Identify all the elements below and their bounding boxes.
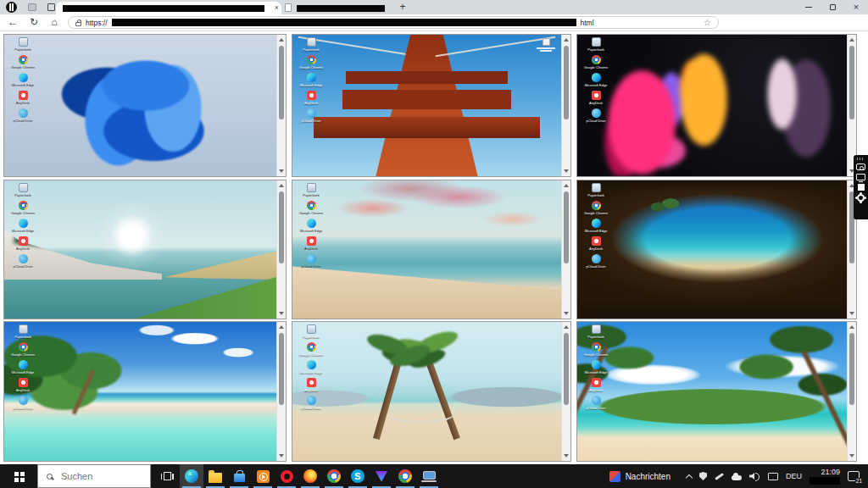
scroll-up-icon[interactable] <box>277 180 286 191</box>
scroll-up-icon[interactable] <box>277 35 286 45</box>
display-network-icon[interactable] <box>768 473 778 480</box>
remote-desktop-5[interactable]: PapierkorbGoogle ChromeMicrosoft EdgeAny… <box>292 180 571 319</box>
start-button[interactable] <box>0 464 37 488</box>
desktop-icon-anydesk[interactable]: AnyDesk <box>295 236 327 251</box>
workspaces-icon[interactable] <box>28 3 36 11</box>
address-bar[interactable]: https:// html ☆ <box>68 16 719 29</box>
cell-scrollbar[interactable] <box>561 180 570 319</box>
cell-scrollbar[interactable] <box>847 322 856 461</box>
chevron-up-icon[interactable] <box>686 474 693 480</box>
desktop-icon-chrome[interactable]: Google Chrome <box>580 201 612 215</box>
display-icon[interactable] <box>856 174 865 180</box>
scroll-down-icon[interactable] <box>277 308 286 319</box>
taskbar-app-firefox[interactable] <box>298 464 322 488</box>
desktop-icon-edge[interactable]: Microsoft Edge <box>295 219 327 233</box>
scroll-thumb[interactable] <box>279 46 284 119</box>
taskbar-app-opera[interactable] <box>275 464 298 488</box>
news-button[interactable]: Nachrichten <box>609 471 670 482</box>
desktop-icon-recycle-bin[interactable]: Papierkorb <box>7 324 39 339</box>
desktop-icon-pcloud[interactable]: pCloud Drive <box>295 396 327 410</box>
remote-desktop-8[interactable]: PapierkorbGoogle ChromeMicrosoft EdgeAny… <box>292 321 571 462</box>
taskbar-app-chrome[interactable] <box>322 464 346 488</box>
desktop-icon-anydesk[interactable]: AnyDesk <box>580 236 612 251</box>
desktop-icon-edge[interactable]: Microsoft Edge <box>7 219 39 233</box>
desktop-icon-edge[interactable]: Microsoft Edge <box>295 73 327 87</box>
desktop-icon-recycle-bin[interactable]: Papierkorb <box>7 37 39 52</box>
task-view-button[interactable] <box>154 464 180 488</box>
keyboard-language[interactable]: DEU <box>786 472 802 480</box>
refresh-button[interactable]: ↻ <box>26 14 42 30</box>
scroll-down-icon[interactable] <box>562 166 570 176</box>
remote-desktop-4[interactable]: PapierkorbGoogle ChromeMicrosoft EdgeAny… <box>3 180 287 319</box>
taskbar-app-store[interactable] <box>227 464 251 488</box>
desktop-icon-pcloud[interactable]: pCloud Drive <box>7 396 39 410</box>
taskbar-app-explorer[interactable] <box>203 464 227 488</box>
remote-desktop-7[interactable]: PapierkorbGoogle ChromeMicrosoft EdgeAny… <box>3 321 287 462</box>
desktop-icon-anydesk[interactable]: AnyDesk <box>7 91 39 105</box>
desktop-icon-edge[interactable]: Microsoft Edge <box>7 73 39 87</box>
desktop-icon-chrome[interactable]: Google Chrome <box>580 342 612 357</box>
close-tab-icon[interactable]: × <box>275 3 279 14</box>
scroll-down-icon[interactable] <box>848 308 856 319</box>
taskbar-app-triangle[interactable] <box>370 464 393 488</box>
taskbar-app-movies[interactable] <box>251 464 275 488</box>
remote-desktop-6[interactable]: PapierkorbGoogle ChromeMicrosoft EdgeAny… <box>576 180 857 319</box>
taskbar-app-chrome2[interactable] <box>393 464 417 488</box>
scroll-down-icon[interactable] <box>277 166 286 176</box>
scroll-thumb[interactable] <box>564 333 569 405</box>
taskbar-app-skype[interactable] <box>346 464 370 488</box>
back-button[interactable]: ← <box>5 14 20 30</box>
desktop-icon-recycle-bin[interactable]: Papierkorb <box>295 183 327 197</box>
grip-handle-icon[interactable] <box>857 158 865 160</box>
scroll-up-icon[interactable] <box>277 322 286 332</box>
desktop-icon-recycle-bin[interactable]: Papierkorb <box>295 37 327 52</box>
scroll-thumb[interactable] <box>849 46 854 119</box>
desktop-icon-pcloud[interactable]: pCloud Drive <box>7 254 39 269</box>
desktop-icon-recycle-bin[interactable]: Papierkorb <box>295 324 327 339</box>
remote-desktop-3[interactable]: PapierkorbGoogle ChromeMicrosoft EdgeAny… <box>576 34 857 177</box>
clock[interactable]: 21:09 <box>810 469 840 485</box>
action-center-icon[interactable]: 21 <box>848 471 860 481</box>
desktop-icon-pcloud[interactable]: pCloud Drive <box>580 254 612 269</box>
desktop-icon-pcloud[interactable]: pCloud Drive <box>580 396 612 410</box>
desktop-icon-anydesk[interactable]: AnyDesk <box>580 378 612 392</box>
restore-button[interactable] <box>821 0 844 14</box>
desktop-icon-anydesk[interactable]: AnyDesk <box>580 91 612 105</box>
scroll-up-icon[interactable] <box>562 322 570 332</box>
scroll-down-icon[interactable] <box>277 451 286 461</box>
desktop-icon-edge[interactable]: Microsoft Edge <box>580 73 612 87</box>
desktop-icon-recycle-bin[interactable]: Papierkorb <box>7 183 39 197</box>
desktop-icon-pcloud[interactable]: pCloud Drive <box>295 108 327 123</box>
desktop-icon-chrome[interactable]: Google Chrome <box>7 342 39 357</box>
tab-active[interactable]: × <box>56 2 281 14</box>
desktop-icon-edge[interactable]: Microsoft Edge <box>580 360 612 374</box>
cell-scrollbar[interactable] <box>276 180 286 319</box>
cell-scrollbar[interactable] <box>561 322 570 461</box>
desktop-icon-anydesk[interactable]: AnyDesk <box>7 236 39 251</box>
minimize-button[interactable] <box>797 0 821 14</box>
scroll-thumb[interactable] <box>279 191 284 263</box>
gear-icon[interactable] <box>857 194 865 202</box>
desktop-icon-anydesk[interactable]: AnyDesk <box>295 378 327 392</box>
desktop-icon-chrome[interactable]: Google Chrome <box>7 201 39 215</box>
favorite-star-icon[interactable]: ☆ <box>704 18 711 27</box>
desktop-icon-recycle-bin[interactable]: Papierkorb <box>580 37 612 52</box>
cell-scrollbar[interactable] <box>276 322 286 461</box>
scroll-down-icon[interactable] <box>562 451 570 461</box>
desktop-icon-chrome[interactable]: Google Chrome <box>580 55 612 69</box>
scroll-down-icon[interactable] <box>848 451 856 461</box>
tab-actions-icon[interactable] <box>47 3 55 11</box>
defender-shield-icon[interactable] <box>699 472 707 480</box>
scroll-thumb[interactable] <box>849 333 854 405</box>
volume-icon[interactable] <box>749 472 760 480</box>
corner-shortcut-icon[interactable] <box>535 38 557 52</box>
desktop-icon-anydesk[interactable]: AnyDesk <box>7 378 39 392</box>
desktop-icon-pcloud[interactable]: pCloud Drive <box>7 108 39 123</box>
pen-icon[interactable] <box>715 472 724 480</box>
desktop-icon-chrome[interactable]: Google Chrome <box>295 201 327 215</box>
desktop-icon-chrome[interactable]: Google Chrome <box>295 342 327 357</box>
desktop-icon-edge[interactable]: Microsoft Edge <box>580 219 612 233</box>
camera-icon[interactable] <box>856 164 865 170</box>
onedrive-cloud-icon[interactable] <box>732 475 742 480</box>
desktop-icon-chrome[interactable]: Google Chrome <box>295 55 327 69</box>
